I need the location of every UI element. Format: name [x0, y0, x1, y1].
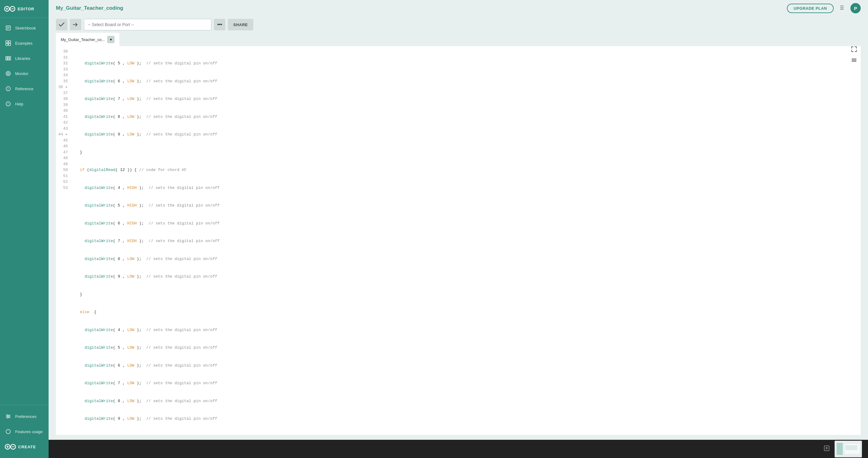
- svg-rect-9: [6, 41, 8, 43]
- help-icon: ?: [5, 100, 11, 107]
- monitor-label: Monitor: [15, 71, 28, 76]
- svg-text:?: ?: [7, 87, 9, 91]
- tab-dropdown-button[interactable]: ▼: [107, 36, 115, 43]
- toolbar: ••• SHARE: [49, 17, 868, 33]
- svg-rect-14: [8, 57, 9, 60]
- dropdown-icon: ▼: [109, 38, 112, 41]
- arduino-bottom-logo: [5, 444, 16, 450]
- svg-point-17: [7, 72, 9, 74]
- monitor-icon: [5, 70, 11, 77]
- create-label: CREATE: [18, 445, 36, 449]
- reference-icon: ?: [5, 85, 11, 92]
- sidebar-item-sketchbook[interactable]: Sketchbook: [0, 20, 49, 35]
- collapse-icon: [851, 57, 857, 63]
- collapse-button[interactable]: [850, 56, 858, 64]
- upload-button[interactable]: [70, 19, 82, 30]
- code-content: digitalWrite( 5 , LOW ); // sets the dig…: [72, 46, 861, 435]
- svg-point-16: [6, 71, 10, 75]
- tab-filename: My_Guitar_Teacher_co...: [61, 37, 105, 42]
- sidebar-logo[interactable]: EDITOR: [0, 0, 49, 18]
- svg-rect-40: [837, 443, 843, 455]
- libraries-label: Libraries: [15, 56, 30, 61]
- sidebar-item-features[interactable]: Features usage: [0, 424, 49, 439]
- svg-text:?: ?: [7, 102, 9, 106]
- sidebar-item-help[interactable]: ? Help: [0, 96, 49, 112]
- verify-button[interactable]: [56, 19, 67, 30]
- export-icon[interactable]: [824, 445, 830, 453]
- bottom-bar: [49, 440, 868, 458]
- sidebar-item-reference[interactable]: ? Reference: [0, 81, 49, 96]
- upgrade-plan-button[interactable]: UPGRADE PLAN: [787, 4, 834, 13]
- svg-point-28: [6, 429, 10, 434]
- sidebar-item-preferences[interactable]: Preferences: [0, 409, 49, 424]
- header-right: UPGRADE PLAN ⠿ P: [787, 3, 861, 13]
- header: My_Guitar_Teacher_coding UPGRADE PLAN ⠿ …: [49, 0, 868, 17]
- editor-container: My_Guitar_Teacher_co... ▼ 30 31 32 33 34…: [56, 33, 861, 435]
- sidebar-nav: Sketchbook Examples Libraries Monitor ? …: [0, 18, 49, 405]
- svg-rect-15: [9, 57, 11, 60]
- share-button[interactable]: SHARE: [228, 19, 253, 30]
- libraries-icon: [5, 55, 11, 62]
- features-label: Features usage: [15, 429, 42, 434]
- svg-rect-41: [845, 444, 860, 454]
- examples-icon: [5, 40, 11, 47]
- sketchbook-label: Sketchbook: [15, 26, 36, 30]
- editor-area: My_Guitar_Teacher_co... ▼ 30 31 32 33 34…: [49, 33, 868, 440]
- more-icon: •••: [217, 22, 222, 28]
- preview-thumbnail[interactable]: [835, 441, 862, 457]
- code-editor[interactable]: 30 31 32 33 34 35 36 ▸ 37 38 39 40 41 42…: [56, 46, 861, 435]
- svg-rect-12: [8, 43, 11, 45]
- svg-point-26: [8, 416, 9, 417]
- thumbnail-content: [835, 441, 862, 457]
- preferences-label: Preferences: [15, 414, 36, 419]
- sidebar-bottom: Preferences Features usage CREATE: [0, 405, 49, 458]
- svg-rect-10: [8, 41, 11, 43]
- examples-label: Examples: [15, 41, 32, 45]
- svg-point-25: [7, 415, 8, 416]
- svg-point-27: [7, 417, 8, 418]
- sketchbook-icon: [5, 25, 11, 31]
- grid-icon[interactable]: ⠿: [840, 5, 844, 12]
- editor-tab-main[interactable]: My_Guitar_Teacher_co... ▼: [56, 33, 119, 46]
- svg-rect-11: [6, 43, 8, 45]
- svg-rect-13: [6, 57, 7, 60]
- avatar[interactable]: P: [850, 3, 861, 13]
- sidebar-item-libraries[interactable]: Libraries: [0, 51, 49, 66]
- line-numbers: 30 31 32 33 34 35 36 ▸ 37 38 39 40 41 42…: [56, 46, 72, 435]
- more-options-button[interactable]: •••: [214, 19, 225, 30]
- main-content: My_Guitar_Teacher_coding UPGRADE PLAN ⠿ …: [49, 0, 868, 458]
- sidebar: EDITOR Sketchbook Examples Libraries Mon…: [0, 0, 49, 458]
- sidebar-item-monitor[interactable]: Monitor: [0, 66, 49, 81]
- sidebar-item-examples[interactable]: Examples: [0, 35, 49, 51]
- bottom-logo: CREATE: [0, 439, 49, 454]
- editor-tabs: My_Guitar_Teacher_co... ▼: [56, 33, 861, 46]
- fullscreen-button[interactable]: [850, 45, 858, 54]
- editor-right-icons: [850, 45, 858, 64]
- check-icon: [59, 23, 64, 27]
- help-label: Help: [15, 102, 23, 106]
- arrow-right-icon: [73, 22, 79, 27]
- arduino-logo-icon: [4, 5, 15, 12]
- editor-label: EDITOR: [18, 7, 34, 11]
- board-port-select[interactable]: [84, 19, 211, 30]
- page-title: My_Guitar_Teacher_coding: [56, 5, 123, 11]
- features-icon: [5, 428, 11, 435]
- reference-label: Reference: [15, 87, 33, 91]
- preferences-icon: [5, 413, 11, 420]
- fullscreen-icon: [851, 47, 857, 52]
